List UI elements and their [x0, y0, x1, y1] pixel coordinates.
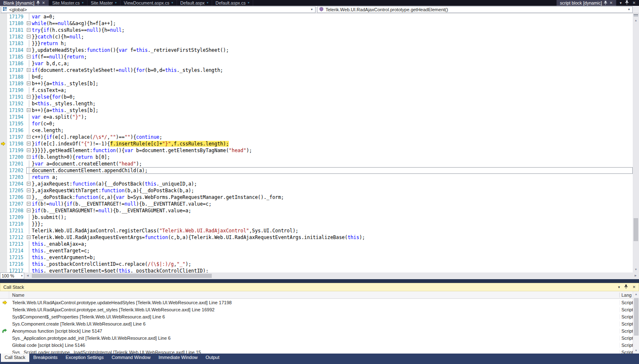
close-icon[interactable]: ✕ — [632, 285, 636, 289]
collapse-region-icon[interactable]: − — [27, 195, 31, 199]
tool-tab-breakpoints[interactable]: Breakpoints — [30, 354, 62, 362]
chevron-down-icon[interactable]: ▾ — [618, 285, 620, 289]
breakpoint-margin[interactable] — [0, 234, 7, 241]
collapse-region-icon[interactable]: − — [27, 135, 31, 139]
code-line[interactable]: 17192b<this._styles.length; — [0, 100, 633, 107]
collapse-region-icon[interactable]: − — [27, 182, 31, 186]
breakpoint-margin[interactable] — [0, 20, 7, 27]
scrollbar-split-handle[interactable] — [634, 14, 638, 17]
code-editor[interactable]: 17179var a=0;17180−while(h==null&&a<g){h… — [0, 13, 633, 272]
breakpoint-margin[interactable] — [0, 67, 7, 74]
member-dropdown[interactable]: Telerik.Web.UI.RadAjaxControl.prototype.… — [317, 6, 633, 13]
call-stack-frame[interactable]: Telerik.Web.UI.RadAjaxControl.prototype.… — [0, 306, 639, 313]
collapse-region-icon[interactable]: − — [27, 35, 31, 38]
document-tab[interactable]: Default.aspx.cs▾ — [212, 0, 253, 6]
collapse-region-icon[interactable]: − — [27, 155, 31, 159]
collapse-region-icon[interactable]: − — [27, 28, 31, 32]
call-stack-scrollbar-thumb[interactable] — [634, 298, 639, 336]
breakpoint-margin[interactable] — [0, 127, 7, 134]
code-line[interactable]: 17211Telerik.Web.UI.RadAjaxControl.regis… — [0, 227, 633, 234]
code-line[interactable]: 17206−},__doPostBack:function(c,a){var b… — [0, 194, 633, 201]
code-line[interactable]: 17190f.cssText=a; — [0, 87, 633, 94]
document-tab[interactable]: Default.aspx▾ — [177, 0, 212, 6]
code-line[interactable]: 17214this._eventTarget=c; — [0, 247, 633, 254]
pin-icon[interactable] — [625, 0, 629, 5]
breakpoint-margin[interactable] — [0, 100, 7, 107]
call-stack-frame[interactable]: Global code [script block] Line 5146Scri… — [0, 341, 639, 349]
code-line[interactable]: 17183}}}return h; — [0, 40, 633, 47]
breakpoint-margin[interactable] — [0, 147, 7, 154]
tool-tab-immediate-window[interactable]: Immediate Window — [155, 354, 202, 362]
code-line[interactable]: 17204−},ajaxRequest:function(a){__doPost… — [0, 181, 633, 187]
code-line[interactable]: 17180−while(h==null&&a<g){h=f[a++]; — [0, 20, 633, 27]
code-line[interactable]: 17215this._eventArgument=b; — [0, 254, 633, 261]
close-icon[interactable]: ✕ — [632, 1, 636, 5]
breakpoint-margin[interactable] — [0, 40, 7, 47]
scroll-up-icon[interactable]: ▲ — [633, 291, 639, 297]
breakpoint-margin[interactable] — [0, 114, 7, 120]
code-line[interactable]: 17197−c++){if(e[c].replace(/\s*/,"")==""… — [0, 134, 633, 140]
code-line[interactable]: 17200−if(b.length>0){return b[0]; — [0, 154, 633, 160]
code-line[interactable]: 17185−if(f==null){return; — [0, 53, 633, 60]
breakpoint-margin[interactable] — [0, 247, 7, 254]
breakpoint-margin[interactable] — [0, 181, 7, 187]
breakpoint-margin[interactable] — [0, 74, 7, 80]
breakpoint-margin[interactable] — [0, 154, 7, 160]
code-line[interactable]: 17212−Telerik.Web.UI.RadAjaxRequestEvent… — [0, 234, 633, 241]
document-tab-script-block[interactable]: script block [dynamic] ✕ — [557, 0, 616, 6]
breakpoint-margin[interactable] — [0, 261, 7, 267]
collapse-region-icon[interactable]: − — [27, 235, 31, 239]
scroll-right-icon[interactable]: ► — [632, 272, 639, 279]
code-line[interactable]: 17188b<d; — [0, 74, 633, 80]
collapse-region-icon[interactable]: − — [27, 21, 31, 25]
breakpoint-margin[interactable] — [0, 214, 7, 221]
scroll-down-icon[interactable]: ▼ — [633, 267, 639, 272]
code-line[interactable]: 17179var a=0; — [0, 13, 633, 20]
code-line[interactable]: 17194var e=a.split("}"); — [0, 114, 633, 120]
editor-horizontal-scrollbar[interactable]: ◄ ► — [24, 272, 639, 279]
tool-tab-output[interactable]: Output — [202, 354, 223, 362]
breakpoint-margin[interactable] — [0, 207, 7, 214]
current-statement-arrow-icon[interactable] — [0, 140, 7, 147]
breakpoint-margin[interactable] — [0, 201, 7, 207]
editor-vertical-scrollbar[interactable]: ▲ ▼ — [633, 13, 639, 272]
breakpoint-margin[interactable] — [0, 47, 7, 53]
breakpoint-margin[interactable] — [0, 227, 7, 234]
scope-dropdown[interactable]: <global> ▾ — [1, 6, 316, 13]
breakpoint-margin[interactable] — [0, 134, 7, 140]
collapse-region-icon[interactable]: − — [27, 81, 31, 85]
column-header-name[interactable]: Name — [9, 293, 620, 298]
tool-tab-call-stack[interactable]: Call Stack — [1, 354, 29, 362]
breakpoint-margin[interactable] — [0, 33, 7, 40]
breakpoint-margin[interactable] — [0, 80, 7, 87]
breakpoint-margin[interactable] — [0, 120, 7, 127]
call-stack-title-bar[interactable]: Call Stack ▾ ✕ — [0, 283, 639, 291]
code-line[interactable]: 17182−}}catch(c){h=null; — [0, 33, 633, 40]
pin-icon[interactable] — [36, 1, 40, 5]
call-stack-frame[interactable]: Telerik.Web.UI.RadAjaxControl.prototype.… — [0, 299, 639, 306]
tool-tab-command-window[interactable]: Command Window — [108, 354, 154, 362]
code-line[interactable]: 17198−}if(e[c].indexOf("{")!=-1){f.inser… — [0, 140, 633, 147]
call-stack-frame[interactable]: Sys$Component$_setProperties [Telerik.We… — [0, 313, 639, 320]
code-line[interactable]: 17202document.documentElement.appendChil… — [0, 167, 633, 174]
breakpoint-margin[interactable] — [0, 221, 7, 227]
scroll-up-icon[interactable]: ▲ — [633, 18, 639, 23]
document-tab-active[interactable]: Blank [dynamic] ✕ — [0, 0, 49, 6]
document-tab[interactable]: Site.Master▾ — [87, 0, 121, 6]
document-tab[interactable]: Site.Master.cs▾ — [49, 0, 87, 6]
breakpoint-margin[interactable] — [0, 87, 7, 94]
collapse-region-icon[interactable]: − — [27, 48, 31, 52]
close-icon[interactable]: ✕ — [42, 1, 45, 5]
panel-splitter[interactable] — [0, 279, 639, 283]
breakpoint-margin[interactable] — [0, 174, 7, 181]
document-tab[interactable]: ViewDocument.aspx.cs▾ — [121, 0, 177, 6]
collapse-region-icon[interactable]: − — [27, 55, 31, 59]
code-line[interactable]: 17187−if(document.createStyleSheet!=null… — [0, 67, 633, 74]
scroll-down-icon[interactable]: ▼ — [633, 348, 639, 354]
call-stack-scrollbar[interactable]: ▲ ▼ — [633, 291, 639, 354]
call-stack-frame[interactable]: Sys._ScriptLoader.prototype._loadScripts… — [0, 349, 639, 354]
zoom-dropdown[interactable]: 100 % ▾ — [0, 272, 24, 279]
tool-tab-exception-settings[interactable]: Exception Settings — [62, 354, 108, 362]
collapse-region-icon[interactable]: − — [27, 188, 31, 192]
code-line[interactable]: 17189−b++){a=this._styles[b]; — [0, 80, 633, 87]
